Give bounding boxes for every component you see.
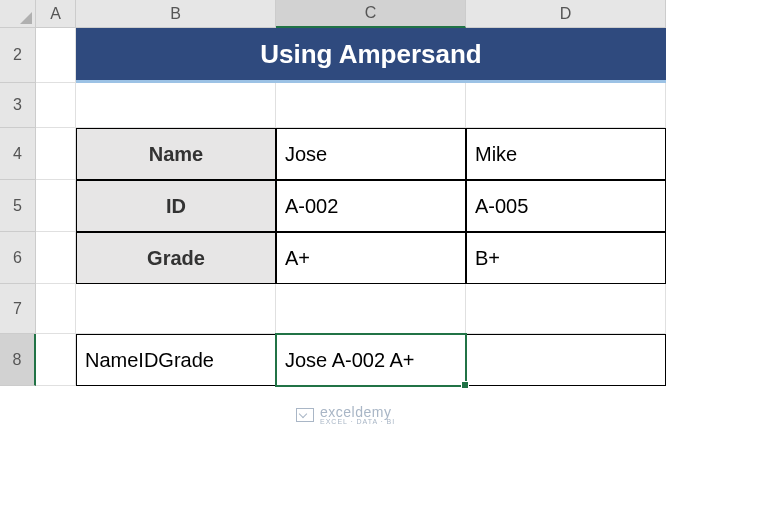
fill-handle[interactable] (461, 381, 469, 389)
column-headers: ABCD (36, 0, 666, 28)
table-data-cell[interactable]: A+ (276, 232, 466, 284)
table-data-cell[interactable]: A-005 (466, 180, 666, 232)
cell[interactable] (36, 28, 76, 83)
select-all-corner[interactable] (0, 0, 36, 28)
row-header-8[interactable]: 8 (0, 334, 36, 386)
spreadsheet: ABCD 2345678 Using Ampersand NameJoseMik… (0, 0, 767, 506)
cell[interactable] (36, 232, 76, 284)
column-header-d[interactable]: D (466, 0, 666, 28)
row-header-5[interactable]: 5 (0, 180, 36, 232)
selected-cell-text: Jose A-002 A+ (285, 349, 415, 372)
table-data-cell[interactable]: Jose (276, 128, 466, 180)
cell[interactable] (36, 334, 76, 386)
cell[interactable] (36, 83, 76, 128)
column-header-b[interactable]: B (76, 0, 276, 28)
cell[interactable] (36, 284, 76, 334)
watermark: exceldemy EXCEL · DATA · BI (296, 404, 395, 425)
cell[interactable] (36, 128, 76, 180)
cell[interactable] (276, 83, 466, 128)
column-header-c[interactable]: C (276, 0, 466, 28)
row-header-3[interactable]: 3 (0, 83, 36, 128)
table-header-cell[interactable]: Name (76, 128, 276, 180)
title-banner: Using Ampersand (76, 28, 666, 83)
table-data-cell[interactable]: A-002 (276, 180, 466, 232)
watermark-text: exceldemy EXCEL · DATA · BI (320, 404, 395, 425)
cell[interactable] (76, 83, 276, 128)
cell[interactable] (36, 180, 76, 232)
row-header-6[interactable]: 6 (0, 232, 36, 284)
cell[interactable] (466, 83, 666, 128)
cell[interactable] (276, 284, 466, 334)
row-header-4[interactable]: 4 (0, 128, 36, 180)
row-header-7[interactable]: 7 (0, 284, 36, 334)
table-header-cell[interactable]: Grade (76, 232, 276, 284)
result-cell-b[interactable]: NameIDGrade (76, 334, 276, 386)
data-table: NameJoseMikeIDA-002A-005GradeA+B+ (76, 128, 666, 284)
watermark-logo-icon (296, 408, 314, 422)
cell[interactable] (466, 284, 666, 334)
result-b-text: NameIDGrade (85, 349, 214, 372)
cell[interactable] (76, 284, 276, 334)
table-data-cell[interactable]: B+ (466, 232, 666, 284)
row-headers: 2345678 (0, 28, 36, 386)
column-header-a[interactable]: A (36, 0, 76, 28)
table-data-cell[interactable]: Mike (466, 128, 666, 180)
table-header-cell[interactable]: ID (76, 180, 276, 232)
title-text: Using Ampersand (260, 39, 482, 70)
selected-cell[interactable]: Jose A-002 A+ (275, 333, 467, 387)
result-cell-d[interactable] (466, 334, 666, 386)
row-header-2[interactable]: 2 (0, 28, 36, 83)
